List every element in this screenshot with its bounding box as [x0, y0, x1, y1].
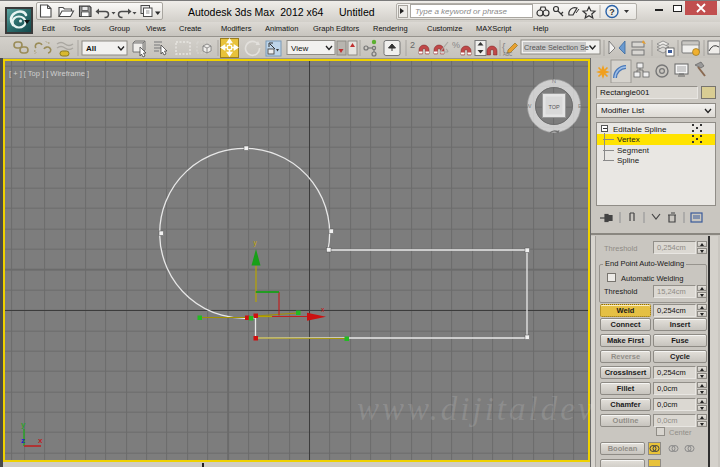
svg-text:y: y: [21, 420, 26, 429]
svg-text:x: x: [321, 306, 325, 313]
svg-text:y: y: [254, 239, 258, 247]
svg-text:z: z: [21, 436, 25, 445]
svg-text:x: x: [38, 436, 43, 445]
